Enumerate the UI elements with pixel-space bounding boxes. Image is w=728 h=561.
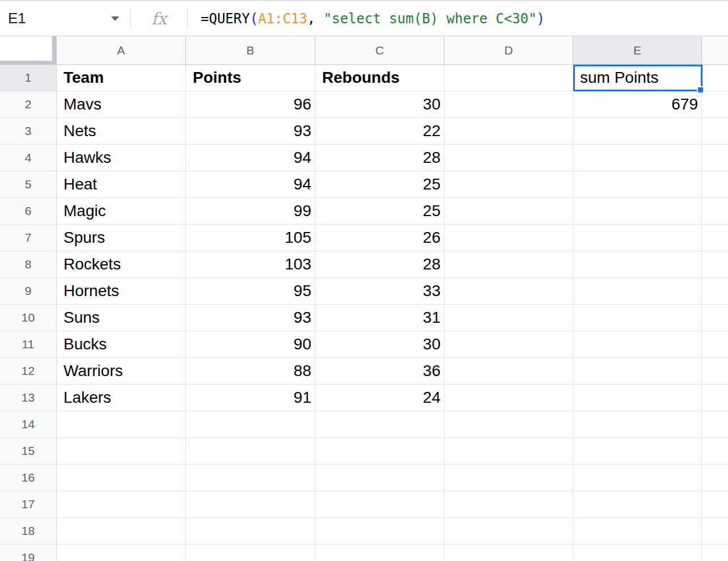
cell-A9[interactable]: Hornets bbox=[57, 278, 186, 305]
cell-A3[interactable]: Nets bbox=[57, 118, 186, 145]
cell-C17[interactable] bbox=[315, 491, 445, 518]
formula-input[interactable]: =QUERY(A1:C13, "select sum(B) where C<30… bbox=[188, 11, 728, 27]
cell-A4[interactable]: Hawks bbox=[57, 145, 186, 171]
cell-E10[interactable] bbox=[573, 305, 702, 331]
cell-C8[interactable]: 28 bbox=[315, 251, 445, 278]
cell-E5[interactable] bbox=[573, 171, 702, 198]
cell-F13[interactable] bbox=[702, 385, 728, 411]
cell-A5[interactable]: Heat bbox=[57, 171, 186, 198]
cell-A13[interactable]: Lakers bbox=[57, 385, 186, 411]
cell-F1[interactable] bbox=[702, 65, 728, 91]
cell-D18[interactable] bbox=[445, 518, 573, 545]
cell-A18[interactable] bbox=[57, 518, 186, 545]
cell-E12[interactable] bbox=[573, 358, 702, 385]
cell-A6[interactable]: Magic bbox=[57, 198, 186, 225]
cell-F12[interactable] bbox=[702, 358, 728, 385]
cell-D11[interactable] bbox=[445, 331, 573, 358]
cell-B6[interactable]: 99 bbox=[186, 198, 315, 225]
cell-C4[interactable]: 28 bbox=[315, 145, 445, 171]
cell-F2[interactable] bbox=[702, 91, 728, 118]
cell-F8[interactable] bbox=[702, 251, 728, 278]
name-box[interactable]: E1 bbox=[0, 1, 130, 36]
cell-A2[interactable]: Mavs bbox=[57, 91, 186, 118]
cell-D17[interactable] bbox=[445, 491, 573, 518]
cell-C18[interactable] bbox=[315, 518, 445, 545]
row-header-6[interactable]: 6 bbox=[0, 198, 57, 225]
cell-B8[interactable]: 103 bbox=[186, 251, 315, 278]
cell-B9[interactable]: 95 bbox=[186, 278, 315, 305]
cell-E7[interactable] bbox=[573, 225, 702, 251]
cell-C13[interactable]: 24 bbox=[315, 385, 445, 411]
cell-A17[interactable] bbox=[57, 491, 186, 518]
cell-E3[interactable] bbox=[573, 118, 702, 145]
cell-B18[interactable] bbox=[186, 518, 315, 545]
row-header-7[interactable]: 7 bbox=[0, 225, 57, 251]
cell-C15[interactable] bbox=[315, 438, 445, 465]
cell-E14[interactable] bbox=[573, 411, 702, 438]
cell-D10[interactable] bbox=[445, 305, 573, 331]
row-header-14[interactable]: 14 bbox=[0, 411, 57, 438]
cell-E11[interactable] bbox=[573, 331, 702, 358]
cell-E9[interactable] bbox=[573, 278, 702, 305]
cell-B16[interactable] bbox=[186, 465, 315, 491]
cell-A14[interactable] bbox=[57, 411, 186, 438]
row-header-9[interactable]: 9 bbox=[0, 278, 57, 305]
cell-E16[interactable] bbox=[573, 465, 702, 491]
cell-D6[interactable] bbox=[445, 198, 573, 225]
cell-F6[interactable] bbox=[702, 198, 728, 225]
cell-C6[interactable]: 25 bbox=[315, 198, 445, 225]
cell-D14[interactable] bbox=[445, 411, 573, 438]
cell-C10[interactable]: 31 bbox=[315, 305, 445, 331]
cell-D13[interactable] bbox=[445, 385, 573, 411]
cell-A12[interactable]: Warriors bbox=[57, 358, 186, 385]
cell-B10[interactable]: 93 bbox=[186, 305, 315, 331]
cell-F7[interactable] bbox=[702, 225, 728, 251]
cell-A7[interactable]: Spurs bbox=[57, 225, 186, 251]
select-all-corner[interactable] bbox=[0, 36, 57, 65]
row-header-11[interactable]: 11 bbox=[0, 331, 57, 358]
cell-D3[interactable] bbox=[445, 118, 573, 145]
cell-B5[interactable]: 94 bbox=[186, 171, 315, 198]
cell-F11[interactable] bbox=[702, 331, 728, 358]
cell-E4[interactable] bbox=[573, 145, 702, 171]
column-header-A[interactable]: A bbox=[57, 36, 186, 65]
row-header-13[interactable]: 13 bbox=[0, 385, 57, 411]
cell-D12[interactable] bbox=[445, 358, 573, 385]
cell-F5[interactable] bbox=[702, 171, 728, 198]
row-header-16[interactable]: 16 bbox=[0, 465, 57, 491]
row-header-8[interactable]: 8 bbox=[0, 251, 57, 278]
row-header-2[interactable]: 2 bbox=[0, 91, 57, 118]
cell-B19[interactable] bbox=[186, 545, 315, 561]
row-header-5[interactable]: 5 bbox=[0, 171, 57, 198]
cell-B11[interactable]: 90 bbox=[186, 331, 315, 358]
cell-C11[interactable]: 30 bbox=[315, 331, 445, 358]
cell-F16[interactable] bbox=[702, 465, 728, 491]
row-header-18[interactable]: 18 bbox=[0, 518, 57, 545]
cell-A16[interactable] bbox=[57, 465, 186, 491]
cell-D5[interactable] bbox=[445, 171, 573, 198]
column-header-C[interactable]: C bbox=[315, 36, 445, 65]
cell-B4[interactable]: 94 bbox=[186, 145, 315, 171]
cell-F9[interactable] bbox=[702, 278, 728, 305]
cell-E6[interactable] bbox=[573, 198, 702, 225]
row-header-19[interactable]: 19 bbox=[0, 545, 57, 561]
cell-B12[interactable]: 88 bbox=[186, 358, 315, 385]
cell-C7[interactable]: 26 bbox=[315, 225, 445, 251]
row-header-4[interactable]: 4 bbox=[0, 145, 57, 171]
cell-D7[interactable] bbox=[445, 225, 573, 251]
cell-C3[interactable]: 22 bbox=[315, 118, 445, 145]
row-header-3[interactable]: 3 bbox=[0, 118, 57, 145]
cell-E17[interactable] bbox=[573, 491, 702, 518]
column-header-E[interactable]: E bbox=[573, 36, 702, 65]
cell-A10[interactable]: Suns bbox=[57, 305, 186, 331]
cell-E1[interactable]: sum Points bbox=[573, 65, 702, 91]
cell-B3[interactable]: 93 bbox=[186, 118, 315, 145]
cell-D9[interactable] bbox=[445, 278, 573, 305]
cell-D15[interactable] bbox=[445, 438, 573, 465]
cell-B17[interactable] bbox=[186, 491, 315, 518]
cell-D1[interactable] bbox=[445, 65, 573, 91]
cell-B15[interactable] bbox=[186, 438, 315, 465]
cell-A1[interactable]: Team bbox=[57, 65, 186, 91]
cell-C14[interactable] bbox=[315, 411, 445, 438]
cell-B1[interactable]: Points bbox=[186, 65, 315, 91]
